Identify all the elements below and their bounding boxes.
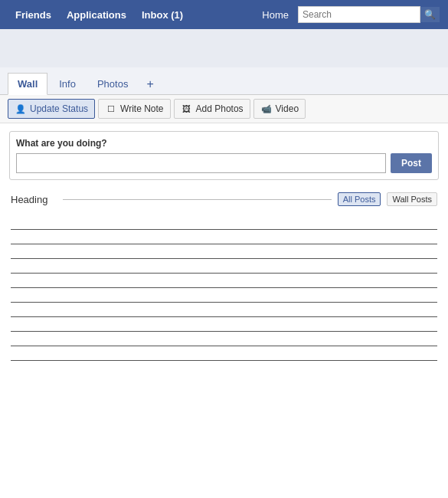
- wall-posts-filter[interactable]: Wall Posts: [387, 192, 437, 206]
- heading-row: Heading All Posts Wall Posts: [0, 188, 448, 211]
- applications-nav-link[interactable]: Applications: [59, 9, 134, 21]
- add-photos-label: Add Photos: [196, 103, 244, 114]
- inbox-nav-link[interactable]: Inbox (1): [134, 9, 191, 21]
- add-photos-button[interactable]: Add Photos: [174, 99, 250, 119]
- user-icon: [15, 103, 27, 115]
- video-icon: [260, 103, 273, 115]
- tab-wall[interactable]: Wall: [8, 73, 47, 95]
- action-bar: Update Status Write Note Add Photos Vide…: [0, 95, 448, 123]
- photo-icon: [181, 103, 193, 115]
- write-note-label: Write Note: [120, 103, 163, 114]
- content-line: [11, 302, 437, 303]
- profile-area: [0, 29, 448, 67]
- tab-info[interactable]: Info: [49, 73, 86, 94]
- post-button[interactable]: Post: [391, 153, 432, 173]
- status-box: What are you doing? Post: [9, 131, 439, 180]
- search-input[interactable]: [298, 6, 420, 23]
- content-line: [11, 316, 437, 317]
- navbar: Friends Applications Inbox (1) Home 🔍: [0, 0, 448, 29]
- content-line: [11, 273, 437, 274]
- status-input[interactable]: [16, 153, 386, 173]
- heading-text: Heading: [11, 194, 57, 205]
- home-nav-link[interactable]: Home: [253, 9, 298, 21]
- content-line: [11, 258, 437, 259]
- search-button[interactable]: 🔍: [420, 6, 440, 23]
- content-line: [11, 244, 437, 244]
- video-label: Video: [276, 103, 299, 114]
- write-note-button[interactable]: Write Note: [98, 99, 170, 119]
- status-input-row: Post: [16, 153, 432, 173]
- search-icon: 🔍: [424, 9, 436, 20]
- content-lines: [0, 211, 448, 379]
- friends-nav-link[interactable]: Friends: [8, 9, 59, 21]
- tab-add-button[interactable]: +: [139, 74, 160, 94]
- content-line: [11, 360, 437, 361]
- note-icon: [105, 103, 117, 115]
- content-line: [11, 229, 437, 230]
- all-posts-filter[interactable]: All Posts: [338, 192, 381, 206]
- update-status-label: Update Status: [30, 103, 88, 114]
- tab-photos[interactable]: Photos: [87, 73, 138, 94]
- content-line: [11, 346, 437, 346]
- update-status-button[interactable]: Update Status: [8, 99, 95, 119]
- heading-divider: [63, 199, 332, 200]
- content-line: [11, 287, 437, 288]
- video-button[interactable]: Video: [253, 99, 306, 119]
- status-prompt: What are you doing?: [16, 138, 432, 149]
- content-line: [11, 331, 437, 332]
- tabs-bar: Wall Info Photos +: [0, 67, 448, 95]
- search-container: 🔍: [298, 6, 440, 23]
